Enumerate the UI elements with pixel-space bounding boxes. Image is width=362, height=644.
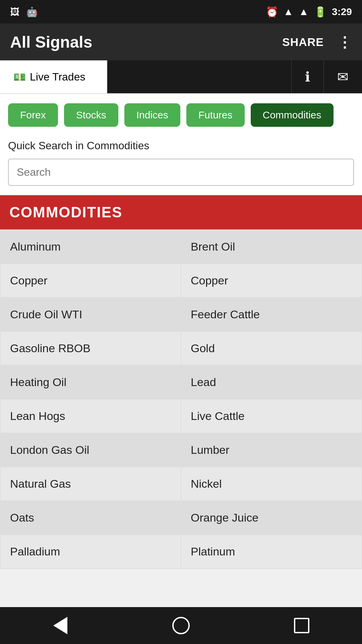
alarm-icon: ⏰	[266, 6, 278, 18]
commodity-item[interactable]: Lead	[181, 366, 362, 399]
commodity-item[interactable]: Platinum	[181, 535, 362, 569]
commodity-item[interactable]: Copper	[1, 264, 181, 298]
commodity-item[interactable]: Palladium	[1, 535, 181, 569]
commodities-section: COMMODITIES AluminumBrent OilCopperCoppe…	[0, 195, 362, 607]
filter-indices[interactable]: Indices	[124, 103, 180, 127]
tab-live-trades-label: Live Trades	[30, 71, 85, 83]
commodity-item[interactable]: Aluminum	[1, 230, 181, 264]
commodity-item[interactable]: Brent Oil	[181, 230, 362, 264]
commodity-item[interactable]: Copper	[181, 264, 362, 298]
commodity-item[interactable]: Crude Oil WTI	[1, 298, 181, 332]
back-button[interactable]	[47, 612, 74, 639]
tab-bar: 💵 Live Trades ℹ ✉	[0, 60, 362, 94]
commodity-item[interactable]: Gasoline RBOB	[1, 332, 181, 366]
commodity-item[interactable]: Orange Juice	[181, 501, 362, 535]
commodities-header: COMMODITIES	[0, 195, 362, 229]
commodities-grid: AluminumBrent OilCopperCopperCrude Oil W…	[0, 229, 362, 569]
commodity-item[interactable]: London Gas Oil	[1, 433, 181, 467]
info-icon: ℹ	[305, 69, 310, 85]
status-bar-left: 🖼 🤖	[10, 6, 38, 17]
image-icon: 🖼	[10, 6, 19, 17]
live-trades-icon: 💵	[13, 71, 26, 83]
filter-futures[interactable]: Futures	[186, 103, 245, 127]
commodity-item[interactable]: Live Cattle	[181, 399, 362, 433]
wifi-icon: ▲	[284, 6, 294, 17]
search-input[interactable]	[17, 166, 345, 178]
commodity-item[interactable]: Feeder Cattle	[181, 298, 362, 332]
back-icon	[53, 617, 67, 634]
mail-icon: ✉	[337, 69, 349, 85]
commodities-title: COMMODITIES	[9, 204, 353, 221]
commodity-item[interactable]: Natural Gas	[1, 467, 181, 501]
commodity-item[interactable]: Gold	[181, 332, 362, 366]
status-bar: 🖼 🤖 ⏰ ▲ ▲ 🔋 3:29	[0, 0, 362, 23]
bottom-nav	[0, 607, 362, 644]
commodity-item[interactable]: Lumber	[181, 433, 362, 467]
recents-icon	[294, 618, 309, 633]
commodity-item[interactable]: Lean Hogs	[1, 399, 181, 433]
tab-actions: ℹ ✉	[291, 60, 362, 93]
search-input-wrapper[interactable]	[8, 159, 354, 186]
info-button[interactable]: ℹ	[291, 60, 323, 93]
home-icon	[172, 617, 190, 634]
time-display: 3:29	[332, 6, 352, 17]
commodity-item[interactable]: Heating Oil	[1, 366, 181, 399]
search-label: Quick Search in Commodities	[8, 140, 354, 152]
app-bar: All Signals SHARE ⋮	[0, 23, 362, 60]
search-section: Quick Search in Commodities	[0, 136, 362, 195]
android-icon: 🤖	[26, 6, 38, 17]
commodity-item[interactable]: Oats	[1, 501, 181, 535]
filter-commodities[interactable]: Commodities	[251, 103, 334, 127]
status-bar-right: ⏰ ▲ ▲ 🔋 3:29	[266, 6, 352, 18]
app-title: All Signals	[10, 33, 282, 51]
more-options-button[interactable]: ⋮	[337, 34, 352, 51]
share-button[interactable]: SHARE	[282, 36, 324, 49]
signal-icon: ▲	[299, 6, 309, 17]
home-button[interactable]	[168, 612, 194, 639]
filter-forex[interactable]: Forex	[8, 103, 58, 127]
tab-spacer	[107, 60, 291, 93]
tab-live-trades[interactable]: 💵 Live Trades	[0, 60, 107, 93]
recents-button[interactable]	[288, 612, 315, 639]
filter-stocks[interactable]: Stocks	[64, 103, 118, 127]
app-bar-actions: SHARE ⋮	[282, 34, 352, 51]
commodity-item[interactable]: Nickel	[181, 467, 362, 501]
battery-icon: 🔋	[314, 6, 326, 18]
mail-button[interactable]: ✉	[323, 60, 362, 93]
filter-bar: Forex Stocks Indices Futures Commodities	[0, 94, 362, 136]
